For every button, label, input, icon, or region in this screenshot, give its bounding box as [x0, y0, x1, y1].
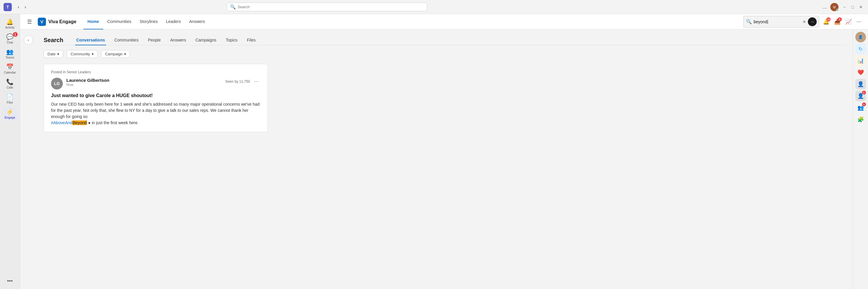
- post-body-text1: Our new CEO has only been here for 1 wee…: [51, 102, 259, 119]
- search-go-button[interactable]: →: [808, 17, 817, 26]
- right-sidebar-avatar3[interactable]: 👤 1: [855, 91, 866, 101]
- nav-forward-button[interactable]: ›: [22, 3, 28, 11]
- analytics-button[interactable]: 📈: [844, 17, 853, 26]
- online-indicator: [836, 9, 838, 11]
- back-button[interactable]: ‹: [24, 35, 33, 45]
- post-body-text2: ● in just the first week here.: [88, 120, 138, 125]
- sidebar-item-teams[interactable]: 👥 Teams: [2, 46, 18, 61]
- viva-search-icon: 🔍: [746, 19, 752, 25]
- date-filter[interactable]: Date ▾: [44, 50, 63, 58]
- right-sidebar-heart[interactable]: ❤️: [855, 67, 866, 78]
- title-bar-nav: ‹ ›: [16, 3, 29, 11]
- content-area: ‹ Search Conversations Communities Peopl…: [20, 29, 868, 289]
- viva-nav-home[interactable]: Home: [84, 14, 103, 29]
- post-author-avatar: LG: [51, 78, 63, 89]
- post-title: Just wanted to give Carole a HUGE shouto…: [51, 93, 260, 98]
- files-icon: 📄: [6, 93, 13, 100]
- post-meta: Seen by 11,750 ···: [225, 78, 260, 85]
- close-button[interactable]: ✕: [857, 3, 865, 10]
- right-sidebar-refresh[interactable]: ↻: [855, 43, 866, 54]
- hamburger-button[interactable]: ☰: [26, 17, 33, 26]
- post-seen-count: Seen by 11,750: [225, 79, 250, 83]
- right-sidebar-badge3: 1: [862, 91, 866, 95]
- app-container: ☰ V Viva Engage Home Communities Storyli…: [20, 14, 868, 289]
- search-tab-campaigns[interactable]: Campaigns: [194, 35, 218, 45]
- sidebar-label-calls: Calls: [6, 86, 13, 89]
- user-avatar[interactable]: U: [830, 3, 838, 11]
- sidebar-item-calendar[interactable]: 📅 Calendar: [2, 62, 18, 76]
- search-tab-answers[interactable]: Answers: [169, 35, 187, 45]
- sidebar-item-files[interactable]: 📄 Files: [2, 92, 18, 106]
- search-tab-conversations[interactable]: Conversations: [75, 35, 106, 45]
- sidebar-label-chat: Chat: [7, 41, 13, 44]
- campaign-filter[interactable]: Campaign ▾: [101, 50, 130, 58]
- window-controls: − □ ✕: [841, 3, 865, 10]
- maximize-button[interactable]: □: [849, 3, 856, 10]
- chat-badge: 1: [13, 32, 18, 37]
- sidebar-label-calendar: Calendar: [4, 71, 16, 74]
- calls-icon: 📞: [6, 78, 13, 85]
- title-bar-more[interactable]: ...: [821, 3, 828, 11]
- teams-nav-icon: 👥: [6, 48, 13, 55]
- date-filter-label: Date: [48, 52, 55, 56]
- right-sidebar-puzzle[interactable]: 🧩: [855, 114, 866, 125]
- search-tab-people[interactable]: People: [147, 35, 162, 45]
- right-sidebar-group[interactable]: 👥 1: [855, 102, 866, 113]
- calendar-icon: 📅: [6, 63, 13, 70]
- sidebar-item-calls[interactable]: 📞 Calls: [2, 76, 18, 91]
- viva-header: ☰ V Viva Engage Home Communities Storyli…: [20, 14, 868, 29]
- sidebar-item-engage[interactable]: ⚡ Engage: [2, 107, 18, 121]
- viva-logo-text: Viva Engage: [49, 19, 76, 25]
- post-author-info: Laurence Gilbertson Now: [66, 78, 225, 87]
- engage-icon: ⚡: [6, 108, 13, 115]
- search-tab-communities[interactable]: Communities: [113, 35, 140, 45]
- viva-nav-storylines[interactable]: Storylines: [135, 14, 162, 29]
- post-hashtag[interactable]: #AboveAndBeyond: [51, 120, 87, 125]
- right-sidebar-avatar1[interactable]: 👤: [855, 32, 866, 42]
- title-search-input[interactable]: [238, 5, 424, 9]
- campaign-filter-label: Campaign: [105, 52, 122, 56]
- right-sidebar-chart[interactable]: 📊: [855, 55, 866, 66]
- viva-nav-leaders[interactable]: Leaders: [162, 14, 185, 29]
- date-filter-chevron: ▾: [57, 52, 59, 56]
- post-body: Our new CEO has only been here for 1 wee…: [51, 101, 260, 126]
- post-location: Posted in Senior Leaders: [51, 70, 260, 74]
- search-tab-files[interactable]: Files: [246, 35, 257, 45]
- post-card: Posted in Senior Leaders LG Laurence Gil…: [44, 64, 268, 132]
- sidebar-item-activity[interactable]: 🔔 Activity: [2, 16, 18, 31]
- filters: Date ▾ Community ▾ Campaign ▾: [44, 50, 846, 58]
- chat-icon: 💬: [6, 33, 13, 40]
- sidebar-more-button[interactable]: •••: [5, 276, 15, 287]
- teams-sidebar: 🔔 Activity 1 💬 Chat 👥 Teams 📅 Calendar 📞…: [0, 14, 20, 289]
- nav-back-button[interactable]: ‹: [16, 3, 22, 11]
- post-header: LG Laurence Gilbertson Now Seen by 11,75…: [51, 78, 260, 89]
- viva-nav-answers[interactable]: Answers: [185, 14, 209, 29]
- search-clear-button[interactable]: ✕: [803, 20, 806, 24]
- title-search-icon: 🔍: [230, 4, 236, 10]
- post-more-button[interactable]: ···: [252, 78, 260, 85]
- notification-badge: 12: [827, 17, 831, 22]
- post-time: Now: [66, 83, 225, 87]
- search-tab-topics[interactable]: Topics: [225, 35, 239, 45]
- notification-button[interactable]: 🔔 12: [822, 17, 831, 26]
- sidebar-item-chat[interactable]: 1 💬 Chat: [2, 32, 18, 46]
- right-sidebar-avatar2[interactable]: 👤: [855, 79, 866, 89]
- viva-search-input[interactable]: [753, 20, 801, 24]
- highlight-word: Beyond: [72, 120, 87, 125]
- right-sidebar-badge-group: 1: [862, 102, 866, 106]
- header-more-button[interactable]: ···: [855, 17, 862, 26]
- viva-logo-icon: V: [38, 17, 46, 26]
- back-panel: ‹: [20, 29, 36, 289]
- minimize-button[interactable]: −: [841, 3, 848, 10]
- teams-icon: T: [3, 3, 12, 11]
- post-author-name: Laurence Gilbertson: [66, 78, 225, 83]
- viva-header-right: 🔍 ✕ → 🔔 12 📥 5 📈 ···: [743, 16, 862, 28]
- viva-nav-communities[interactable]: Communities: [103, 14, 135, 29]
- community-filter[interactable]: Community ▾: [67, 50, 98, 58]
- viva-logo: V Viva Engage: [38, 17, 76, 26]
- inbox-button[interactable]: 📥 5: [833, 17, 842, 26]
- sidebar-label-engage: Engage: [4, 116, 15, 119]
- activity-icon: 🔔: [6, 18, 13, 25]
- community-filter-chevron: ▾: [92, 52, 94, 56]
- campaign-filter-chevron: ▾: [124, 52, 126, 56]
